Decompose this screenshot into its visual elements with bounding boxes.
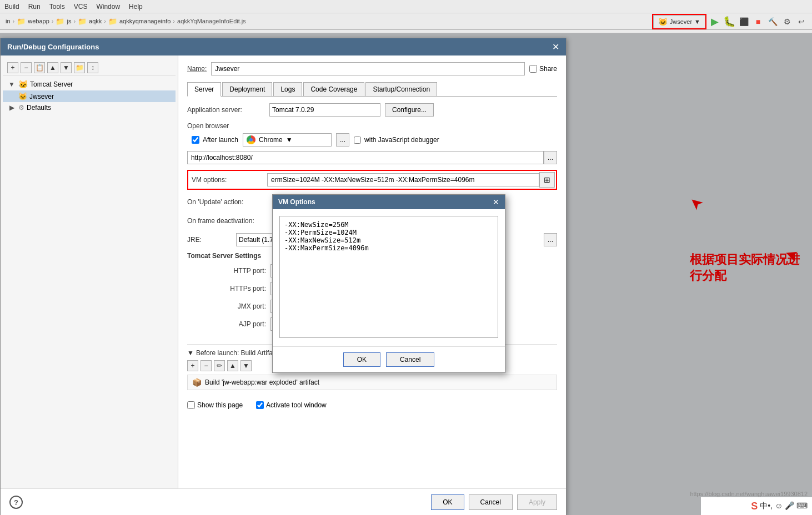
tab-startup-connection[interactable]: Startup/Connection (365, 82, 437, 96)
apply-button[interactable]: Apply (517, 494, 557, 510)
vm-cancel-button[interactable]: Cancel (386, 352, 434, 367)
jwsever-label: Jwsever (29, 93, 54, 100)
stop-icon[interactable]: ■ (752, 16, 764, 28)
after-launch-checkbox[interactable] (192, 136, 199, 144)
debug-icon[interactable]: 🐛 (723, 16, 735, 28)
before-launch-remove[interactable]: − (201, 360, 212, 371)
sogou-text: 中•, ☺ 🎤 ⌨ (760, 501, 808, 511)
folder-button[interactable]: 📁 (74, 62, 85, 73)
vm-options-input[interactable] (267, 173, 539, 186)
tab-logs[interactable]: Logs (273, 82, 302, 96)
add-config-button[interactable]: + (7, 62, 18, 73)
app-server-label: Application server: (187, 106, 265, 114)
sort-button[interactable]: ↕ (87, 62, 98, 73)
before-launch-edit[interactable]: ✏ (214, 360, 225, 371)
tab-code-coverage[interactable]: Code Coverage (303, 82, 364, 96)
url-more-button[interactable]: ... (544, 151, 557, 164)
js-debug-checkbox[interactable] (354, 137, 361, 144)
menu-build[interactable]: Build (4, 3, 19, 11)
tab-server[interactable]: Server (187, 82, 221, 97)
defaults-label: Defaults (27, 104, 51, 112)
remove-config-button[interactable]: − (21, 62, 32, 73)
after-launch-label: After launch (203, 136, 238, 144)
dialog-title: Run/Debug Configurations (7, 43, 99, 51)
run-icon[interactable]: ▶ (709, 16, 721, 28)
run-with-coverage-icon[interactable]: ⬛ (738, 16, 750, 28)
dialog-title-bar: Run/Debug Configurations ✕ (1, 38, 566, 55)
name-input[interactable] (211, 62, 525, 75)
tree-tomcat-server[interactable]: ▼ 🐱 Tomcat Server (3, 78, 176, 90)
breadcrumb-webapp: webapp (28, 18, 49, 24)
tomcat-server-label: Tomcat Server (30, 80, 73, 88)
jre-more-button[interactable]: ... (544, 233, 557, 246)
move-down-button[interactable]: ▼ (61, 62, 72, 73)
app-server-row: Application server: Tomcat 7.0.29 Config… (187, 103, 557, 117)
before-launch-down[interactable]: ▼ (240, 360, 252, 371)
build-icon[interactable]: 🔨 (766, 16, 779, 28)
vm-ok-button[interactable]: OK (343, 352, 380, 367)
menu-window[interactable]: Window (96, 3, 120, 11)
menu-help[interactable]: Help (129, 3, 143, 11)
before-launch-add[interactable]: + (187, 360, 198, 371)
help-button[interactable]: ? (9, 496, 23, 509)
config-tabs: Server Deployment Logs Code Coverage Sta… (187, 82, 557, 97)
before-launch-collapse[interactable]: ▼ (187, 349, 194, 357)
undo-icon[interactable]: ↩ (795, 16, 808, 28)
tree-expand-icon[interactable]: ▼ (7, 80, 16, 88)
menu-vcs[interactable]: VCS (74, 3, 88, 11)
artifact-label: Build 'jw-webapp:war exploded' artifact (205, 378, 319, 386)
activate-window-label: Activate tool window (266, 401, 327, 409)
tab-deployment[interactable]: Deployment (222, 82, 272, 96)
name-label: Name: (187, 65, 207, 73)
share-label: Share (539, 65, 557, 73)
vm-expand-button[interactable]: ⊞ (539, 172, 555, 188)
vm-options-textarea[interactable]: -XX:NewSize=256M -XX:PermSize=1024M -XX:… (279, 216, 498, 338)
activate-window-check: Activate tool window (256, 401, 327, 409)
browser-dropdown-arrow: ▼ (286, 136, 293, 144)
show-page-label: Show this page (197, 401, 243, 409)
menu-bar: Build Run Tools VCS Window Help (0, 0, 812, 13)
menu-run[interactable]: Run (28, 3, 41, 11)
app-server-select[interactable]: Tomcat 7.0.29 (269, 103, 380, 117)
show-page-checkbox[interactable] (187, 401, 195, 409)
folder-icon-aqkk: 📁 (78, 17, 87, 26)
menu-tools[interactable]: Tools (49, 3, 65, 11)
tree-defaults[interactable]: ▶ ⚙ Defaults (3, 102, 176, 113)
dialog-close-button[interactable]: ✕ (552, 42, 559, 52)
ajp-port-label: AJP port: (187, 320, 270, 328)
tomcat-server-icon: 🐱 (18, 80, 28, 89)
dialog-footer: ? OK Cancel Apply (1, 488, 566, 515)
activate-window-checkbox[interactable] (256, 401, 264, 409)
http-port-label: HTTP port: (187, 267, 270, 275)
ok-button[interactable]: OK (431, 494, 464, 510)
settings-icon[interactable]: ⚙ (781, 16, 793, 28)
browser-selector[interactable]: Chrome ▼ (243, 133, 332, 147)
tree-defaults-expand-icon[interactable]: ▶ (7, 104, 16, 112)
breadcrumb-js: js (67, 18, 71, 24)
vm-options-title-bar: VM Options ✕ (273, 195, 505, 209)
breadcrumb-aqkkyqmanageinfo: aqkkyqmanageinfo (119, 18, 171, 24)
vm-options-footer: OK Cancel (273, 346, 505, 372)
vm-options-label: VM options: (189, 175, 267, 185)
js-debug-label: with JavaScript debugger (364, 136, 439, 144)
vm-options-dialog-title: VM Options (278, 198, 315, 206)
url-input[interactable] (187, 151, 544, 164)
open-browser-label: Open browser (187, 122, 557, 130)
copy-config-button[interactable]: 📋 (34, 62, 45, 73)
left-tree-panel: + − 📋 ▲ ▼ 📁 ↕ ▼ 🐱 Tomcat Server 🐱 Jwseve (1, 55, 178, 488)
cancel-button[interactable]: Cancel (469, 494, 513, 510)
vm-options-close-button[interactable]: ✕ (493, 198, 499, 206)
open-browser-section: Open browser After launch Chrome (187, 122, 557, 164)
tree-jwsever[interactable]: 🐱 Jwsever (3, 90, 176, 102)
configure-button[interactable]: Configure... (385, 103, 434, 117)
browser-more-button[interactable]: ... (336, 133, 349, 147)
move-up-button[interactable]: ▲ (47, 62, 58, 73)
folder-icon-js: 📁 (56, 17, 64, 26)
annotation-area: ➤ ➤ 根据项目实际情况进行分配 (690, 194, 801, 284)
before-launch-up[interactable]: ▲ (227, 360, 238, 371)
share-checkbox[interactable] (529, 65, 537, 73)
breadcrumb-aqkk: aqkk (89, 18, 102, 24)
run-config-button[interactable]: 🐱 Jwsever ▼ (653, 15, 705, 28)
show-page-check: Show this page (187, 401, 243, 409)
url-row: ... (187, 151, 557, 164)
